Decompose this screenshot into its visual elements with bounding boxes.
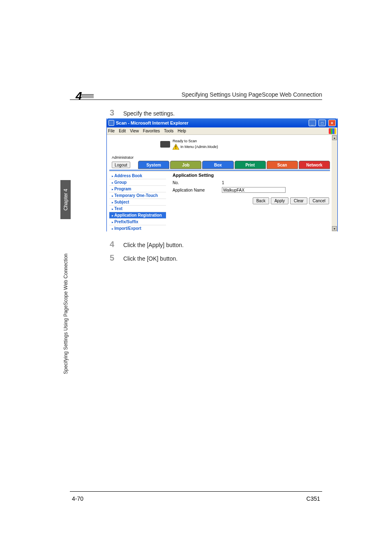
tab-bar: System Job Box Print Scan Network [138,161,330,169]
browser-window: Scan - Microsoft Internet Explorer _ □ ×… [106,118,338,231]
menu-view[interactable]: View [130,129,139,133]
application-name-input[interactable] [222,187,286,193]
step-number: 4 [102,240,114,249]
footer-rule [70,491,322,492]
step-number: 5 [102,253,114,263]
tab-underline [109,170,330,171]
svg-text:!: ! [175,145,176,150]
tab-scan[interactable]: Scan [267,161,298,169]
sidetab-section: Specifying Settings Using PageScope Web … [60,219,71,408]
printer-icon [160,141,170,148]
menu-bar: File Edit View Favorites Tools Help [107,127,337,135]
sidenav-application-registration[interactable]: Application Registration [109,212,166,219]
clear-button[interactable]: Clear [290,197,307,204]
cancel-button[interactable]: Cancel [309,197,329,204]
side-nav: Address Book Group Program Temporary One… [109,173,166,231]
minimize-button[interactable]: _ [309,120,316,126]
administrator-label: Administrator [112,155,134,160]
window-title: Scan - Microsoft Internet Explorer [116,120,189,125]
maximize-button[interactable]: □ [318,120,326,126]
scroll-up-button[interactable]: ▲ [332,135,337,140]
form-area: Application Setting No. 1 Application Na… [173,173,329,204]
ie-icon [108,120,114,126]
sidenav-temporary-one-touch[interactable]: Temporary One-Touch [109,192,166,199]
sidenav-import-export[interactable]: Import/Export [109,225,166,231]
title-bar: Scan - Microsoft Internet Explorer _ □ × [107,118,337,127]
menu-tools[interactable]: Tools [164,129,173,133]
no-label: No. [173,180,222,185]
close-button[interactable]: × [328,120,336,126]
model-label: C351 [307,495,320,502]
printer-status: Ready to Scan ! In Menu (Admin.Mode) [160,139,218,150]
tab-box[interactable]: Box [202,161,233,169]
tab-underline2 [109,171,330,171]
menu-favorites[interactable]: Favorites [143,129,160,133]
no-value: 1 [222,180,224,185]
running-head: Specifying Settings Using PageScope Web … [182,91,322,98]
step-text: Specify the settings. [123,110,175,117]
sidenav-group[interactable]: Group [109,179,166,186]
scrollbar[interactable]: ▲ ▼ [332,135,337,231]
browser-content: ▲ ▼ Ready to Scan ! In Menu (Admin.Mode)… [107,135,337,231]
tab-print[interactable]: Print [235,161,266,169]
step-text: Click the [OK] button. [123,255,178,262]
status-ready: Ready to Scan [173,139,218,143]
step-text: Click the [Apply] button. [123,242,184,248]
chapter-divider [81,94,94,98]
tab-job[interactable]: Job [170,161,201,169]
tab-system[interactable]: System [138,161,169,169]
status-mode: In Menu (Admin.Mode) [180,145,218,149]
menu-file[interactable]: File [108,129,115,133]
logout-button[interactable]: Logout [112,162,130,168]
sidetab-chapter: Chapter 4 [60,180,71,219]
apply-button[interactable]: Apply [271,197,288,204]
step-number: 3 [102,108,114,118]
menu-help[interactable]: Help [178,129,186,133]
sidenav-text[interactable]: Text [109,206,166,212]
sidenav-subject[interactable]: Subject [109,199,166,206]
tab-network[interactable]: Network [299,161,330,169]
warning-icon: ! [173,144,179,150]
header-rule [70,99,322,100]
menu-edit[interactable]: Edit [119,129,126,133]
sidenav-program[interactable]: Program [109,186,166,192]
sidenav-prefix-suffix[interactable]: Prefix/Suffix [109,219,166,225]
form-title: Application Setting [173,173,329,178]
page-number: 4-70 [72,495,83,502]
back-button[interactable]: Back [253,197,269,204]
windows-flag-icon [329,128,336,134]
scroll-down-button[interactable]: ▼ [332,226,337,231]
application-name-label: Application Name [173,188,222,192]
sidenav-address-book[interactable]: Address Book [109,173,166,179]
